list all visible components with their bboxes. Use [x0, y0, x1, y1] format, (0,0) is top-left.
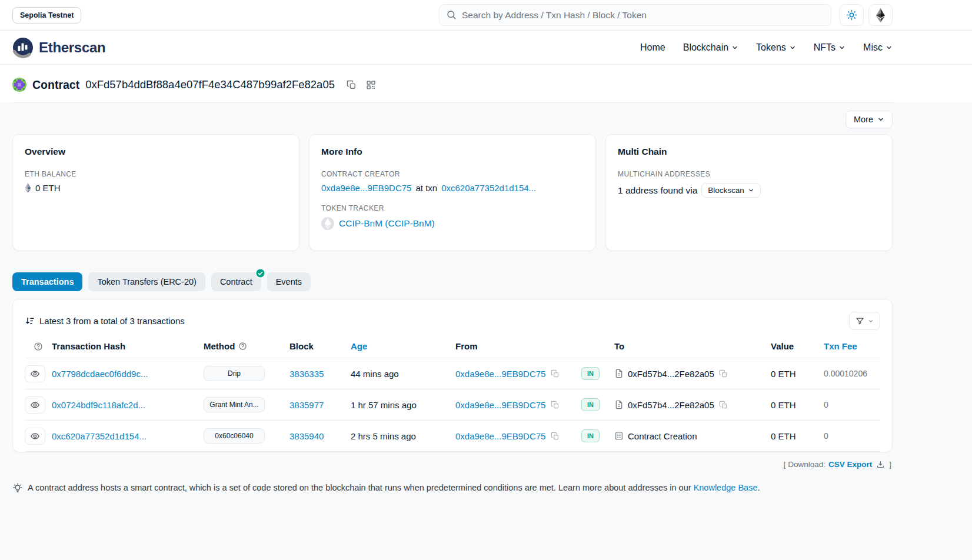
- contract-address: 0xFd57b4ddBf88a4e07fF4e34C487b99af2Fe82a…: [85, 78, 335, 91]
- creator-address-link[interactable]: 0xda9e8e...9EB9DC75: [321, 183, 411, 193]
- direction-badge: IN: [581, 367, 600, 380]
- direction-badge: IN: [581, 429, 600, 442]
- method-badge: Drip: [204, 366, 265, 381]
- etherscan-logo[interactable]: Etherscan: [12, 37, 105, 58]
- chevron-down-icon: [748, 187, 754, 194]
- download-suffix: ]: [889, 460, 891, 469]
- to-address: 0xFd57b4...2Fe82a05: [628, 400, 714, 410]
- sun-icon: [846, 9, 857, 21]
- from-address-link[interactable]: 0xda9e8e...9EB9DC75: [455, 431, 545, 441]
- eye-icon: [30, 431, 40, 441]
- filter-button[interactable]: [849, 312, 880, 330]
- search-input[interactable]: [439, 4, 831, 26]
- nav-item-nfts[interactable]: NFTs: [814, 42, 845, 53]
- col-from: From: [455, 341, 581, 351]
- copy-icon[interactable]: [718, 369, 728, 379]
- qr-code-button[interactable]: [365, 79, 377, 91]
- col-age-toggle[interactable]: Age: [351, 341, 455, 351]
- sort-icon: [25, 316, 35, 326]
- main-navbar: Etherscan Home Blockchain Tokens NFTs Mi…: [0, 31, 972, 65]
- search-icon: [446, 9, 457, 20]
- txn-preview-button[interactable]: [25, 365, 45, 382]
- table-row: 0xc620a77352d1d154... 0x60c06040 3835940…: [25, 421, 880, 452]
- method-badge: Grant Mint An...: [204, 397, 265, 412]
- tab-events[interactable]: Events: [267, 272, 311, 291]
- nav-item-home[interactable]: Home: [640, 42, 665, 53]
- network-switcher-button[interactable]: [868, 4, 893, 26]
- txn-value: 0 ETH: [771, 400, 796, 410]
- txn-hash-link[interactable]: 0xc620a77352d1d154...: [52, 431, 147, 441]
- col-value: Value: [771, 341, 824, 351]
- creation-txn-link[interactable]: 0xc620a77352d1d154...: [441, 183, 536, 193]
- theme-toggle-button[interactable]: [840, 4, 864, 26]
- brand-name: Etherscan: [39, 39, 105, 56]
- txn-fee: 0: [824, 431, 828, 441]
- token-tracker-link[interactable]: CCIP-BnM (CCIP-BnM): [339, 218, 435, 229]
- copy-icon[interactable]: [550, 400, 560, 410]
- age-text: 2 hrs 5 mins ago: [351, 431, 416, 441]
- search-bar: [439, 4, 831, 26]
- txn-hash-link[interactable]: 0x0724bdf9c118afc2d...: [52, 400, 145, 410]
- card-title: Overview: [25, 146, 287, 157]
- block-link[interactable]: 3835977: [289, 400, 324, 410]
- from-address-link[interactable]: 0xda9e8e...9EB9DC75: [455, 369, 545, 379]
- nav-item-misc[interactable]: Misc: [863, 42, 893, 53]
- network-badge[interactable]: Sepolia Testnet: [12, 7, 81, 24]
- card-title: More Info: [321, 146, 584, 157]
- chevron-down-icon: [877, 116, 884, 123]
- eth-balance-value: 0 ETH: [35, 183, 61, 193]
- col-transaction-hash: Transaction Hash: [52, 341, 204, 351]
- block-link[interactable]: 3835940: [289, 431, 324, 441]
- transactions-summary: Latest 3 from a total of 3 transactions: [39, 316, 185, 326]
- transactions-table-body: 0x7798dcdaec0f6dd9c... Drip 3836335 44 m…: [25, 358, 880, 452]
- csv-export-link[interactable]: CSV Export: [828, 460, 872, 469]
- chevron-down-icon: [886, 44, 893, 51]
- copy-icon[interactable]: [718, 400, 728, 410]
- nav-item-tokens[interactable]: Tokens: [756, 42, 796, 53]
- table-header-row: Transaction Hash Method Block Age From T…: [25, 341, 880, 358]
- tab-transactions[interactable]: Transactions: [12, 272, 82, 291]
- multichain-addresses-label: MULTICHAIN ADDRESSES: [618, 170, 880, 178]
- age-text: 1 hr 57 mins ago: [351, 400, 417, 410]
- copy-icon[interactable]: [550, 431, 560, 441]
- address-type-label: Contract: [32, 78, 79, 92]
- contract-footnote: A contract address hosts a smart contrac…: [12, 482, 893, 493]
- blockscan-dropdown[interactable]: Blockscan: [701, 183, 761, 198]
- verified-check-icon: [255, 268, 265, 278]
- tab-contract[interactable]: Contract: [211, 272, 261, 291]
- nav-item-blockchain[interactable]: Blockchain: [683, 42, 738, 53]
- ethereum-icon: [876, 8, 885, 22]
- multichain-card: Multi Chain MULTICHAIN ADDRESSES 1 addre…: [605, 134, 893, 251]
- nav-links: Home Blockchain Tokens NFTs Misc: [640, 42, 893, 53]
- copy-icon: [347, 80, 357, 90]
- from-address-link[interactable]: 0xda9e8e...9EB9DC75: [455, 400, 545, 410]
- txn-hash-link[interactable]: 0x7798dcdaec0f6dd9c...: [52, 369, 148, 379]
- table-row: 0x7798dcdaec0f6dd9c... Drip 3836335 44 m…: [25, 358, 880, 389]
- to-address: Contract Creation: [628, 431, 697, 441]
- multichain-found-text: 1 address found via: [618, 185, 697, 196]
- address-tabs: Transactions Token Transfers (ERC-20) Co…: [12, 272, 893, 291]
- more-dropdown-button[interactable]: More: [845, 111, 893, 128]
- copy-address-button[interactable]: [345, 79, 358, 91]
- col-method: Method: [204, 341, 289, 351]
- tab-token-transfers-erc-20-[interactable]: Token Transfers (ERC-20): [88, 272, 205, 291]
- copy-icon[interactable]: [550, 369, 560, 379]
- block-link[interactable]: 3836335: [289, 369, 324, 379]
- direction-badge: IN: [581, 398, 600, 411]
- txn-value: 0 ETH: [771, 431, 796, 441]
- transactions-panel: Latest 3 from a total of 3 transactions …: [12, 299, 893, 452]
- knowledge-base-link[interactable]: Knowledge Base: [694, 483, 758, 492]
- txn-fee: 0.00010206: [824, 369, 867, 378]
- etherscan-logo-icon: [12, 37, 34, 58]
- address-hero: Contract 0xFd57b4ddBf88a4e07fF4e34C487b9…: [0, 65, 972, 102]
- document-icon: [614, 400, 624, 409]
- chevron-down-icon: [868, 318, 874, 324]
- download-row: [ Download: CSV Export ]: [12, 452, 893, 469]
- eth-glyph-icon: [25, 183, 31, 193]
- top-bar: Sepolia Testnet: [0, 0, 972, 31]
- col-txn-fee-toggle[interactable]: Txn Fee: [824, 341, 880, 351]
- col-block: Block: [289, 341, 351, 351]
- txn-value: 0 ETH: [771, 369, 796, 379]
- txn-preview-button[interactable]: [25, 396, 45, 414]
- txn-preview-button[interactable]: [25, 428, 45, 445]
